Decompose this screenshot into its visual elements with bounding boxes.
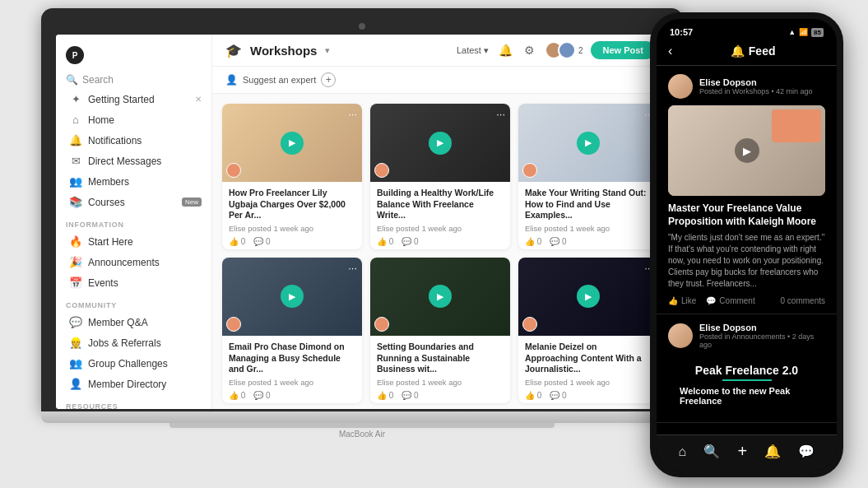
author-avatar-1 [226,163,241,178]
phone-screen: 10:57 ▲ 📶 85 ‹ 🔔 Feed Elise Dopson Poste… [657,19,837,471]
video-actions-5: 👍 0 💬 0 [377,391,504,400]
sidebar-logo: P [56,41,211,71]
getting-started-label: Getting Started [88,94,155,105]
play-overlay-5[interactable]: ▶ [370,258,510,336]
video-info-4: Email Pro Chase Dimond on Managing a Bus… [222,336,362,403]
play-button-2[interactable]: ▶ [429,132,452,155]
like-button-6[interactable]: 👍 0 [525,391,541,400]
phone-header: ‹ 🔔 Feed [657,40,837,66]
chevron-down-icon[interactable]: ▾ [325,45,330,56]
sidebar-item-member-directory[interactable]: 👤 Member Directory [59,374,208,394]
play-overlay-1[interactable]: ▶ [222,104,362,182]
play-overlay-4[interactable]: ▶ [222,258,362,336]
member-directory-label: Member Directory [88,379,166,390]
video-thumb-2[interactable]: ▶ ··· [370,104,510,182]
sidebar-search-trigger[interactable]: 🔍 Search [56,71,211,89]
sidebar-item-direct-messages[interactable]: ✉ Direct Messages [59,151,208,171]
video-info-3: Make Your Writing Stand Out: How to Find… [518,182,658,249]
video-thumb-3[interactable]: ▶ ··· [518,104,658,182]
sidebar-item-group-challenges[interactable]: 👥 Group Challenges [59,353,208,374]
video-thumb-1[interactable]: ▶ ··· [222,104,362,182]
video-title-3: Make Your Writing Stand Out: How to Find… [525,188,652,221]
video-card-4: ▶ ··· Email Pro Chase Dimond on Managing… [222,258,362,403]
sidebar: P 🔍 Search ✦ Getting Started ✕ ⌂ H [56,35,212,409]
play-overlay-2[interactable]: ▶ [370,104,510,182]
nav-home-icon[interactable]: ⌂ [679,444,687,459]
nav-search-icon[interactable]: 🔍 [703,444,720,459]
nav-chat-icon[interactable]: 💬 [798,444,815,459]
post-author-row-1: Elise Dopson Posted in Workshops • 42 mi… [668,74,825,99]
like-button-5[interactable]: 👍 0 [377,391,393,400]
information-section-label: INFORMATION [56,212,211,231]
post-video-thumb-1[interactable]: ▶ [668,105,825,196]
sidebar-item-member-qa[interactable]: 💬 Member Q&A [59,312,208,332]
more-options-1[interactable]: ··· [348,108,357,120]
video-author-3: Elise posted 1 week ago [525,224,652,233]
sidebar-item-getting-started[interactable]: ✦ Getting Started ✕ [59,89,208,109]
sort-button[interactable]: Latest ▾ [457,45,489,56]
sidebar-item-courses[interactable]: 📚 Courses New [59,192,208,212]
like-action-1[interactable]: 👍 Like [668,296,696,305]
phone-title: 🔔 Feed [731,44,776,58]
video-actions-1: 👍 0 💬 0 [229,237,355,246]
like-button-2[interactable]: 👍 0 [377,237,393,246]
play-button-4[interactable]: ▶ [281,285,304,308]
sidebar-item-notifications[interactable]: 🔔 Notifications [59,130,208,151]
back-button[interactable]: ‹ [668,44,672,58]
comment-button-1[interactable]: 💬 0 [253,237,270,246]
like-button-1[interactable]: 👍 0 [229,237,245,246]
new-post-button[interactable]: New Post [591,41,655,59]
like-button-3[interactable]: 👍 0 [525,237,541,246]
gear-icon[interactable]: ⚙ [522,42,536,58]
home-icon: ⌂ [69,114,82,126]
sidebar-item-home[interactable]: ⌂ Home [59,109,208,130]
sidebar-item-start-here[interactable]: 🔥 Start Here [59,231,208,252]
nav-bell-icon[interactable]: 🔔 [764,444,781,459]
play-overlay-6[interactable]: ▶ [518,258,658,336]
more-options-2[interactable]: ··· [496,108,505,120]
nav-plus-icon[interactable]: + [737,442,747,461]
video-title-1: How Pro Freelancer Lily Ugbaja Charges O… [229,188,355,221]
comment-button-6[interactable]: 💬 0 [550,391,566,400]
video-meta-3 [522,163,537,178]
comment-button-4[interactable]: 💬 0 [253,391,270,400]
announcements-label: Announcements [88,257,160,268]
play-overlay-3[interactable]: ▶ [518,104,658,182]
phone-play-button-1[interactable]: ▶ [735,138,759,163]
video-title-5: Setting Boundaries and Running a Sustain… [377,342,504,375]
video-thumb-5[interactable]: ▶ [370,258,510,336]
video-title-6: Melanie Deizel on Approaching Content Wi… [525,342,652,375]
play-button-5[interactable]: ▶ [429,285,452,308]
sidebar-item-jobs-referrals[interactable]: 👷 Jobs & Referrals [59,332,208,353]
comment-button-5[interactable]: 💬 0 [402,391,418,400]
like-button-4[interactable]: 👍 0 [229,391,245,400]
comment-button-2[interactable]: 💬 0 [402,237,418,246]
more-options-4[interactable]: ··· [348,262,357,274]
video-actions-4: 👍 0 💬 0 [229,391,355,400]
plus-button[interactable]: + [321,72,336,87]
sidebar-item-members[interactable]: 👥 Members [59,171,208,192]
bell-header-icon[interactable]: 🔔 [497,42,514,58]
start-here-label: Start Here [88,236,133,248]
search-label: Search [82,74,114,86]
sidebar-item-events[interactable]: 📅 Events [59,272,208,293]
phone-nav-bar: ⌂ 🔍 + 🔔 💬 [657,435,837,471]
video-thumb-4[interactable]: ▶ ··· [222,258,362,336]
comment-action-1[interactable]: 💬 Comment [706,296,754,305]
fire-icon: 🔥 [69,235,82,248]
post-author-row-2: Elise Dopson Posted in Announcements • 2… [668,323,825,349]
author-avatar-2 [374,163,389,178]
video-thumb-6[interactable]: ▶ ··· [518,258,658,336]
play-button-6[interactable]: ▶ [577,285,600,308]
play-button-3[interactable]: ▶ [577,132,600,155]
signal-icon: 📶 [799,28,808,36]
brand-section: Peak Freelance 2.0 Welcome to the new Pe… [668,356,825,414]
comment-button-3[interactable]: 💬 0 [550,237,566,246]
getting-started-icon: ✦ [69,93,82,105]
sidebar-item-announcements[interactable]: 🎉 Announcements [59,252,208,272]
phone-notch [714,19,780,39]
avatar-group: 2 [545,41,583,59]
calendar-icon: 📅 [69,277,82,289]
play-button-1[interactable]: ▶ [281,132,304,155]
video-meta-4 [226,317,241,332]
